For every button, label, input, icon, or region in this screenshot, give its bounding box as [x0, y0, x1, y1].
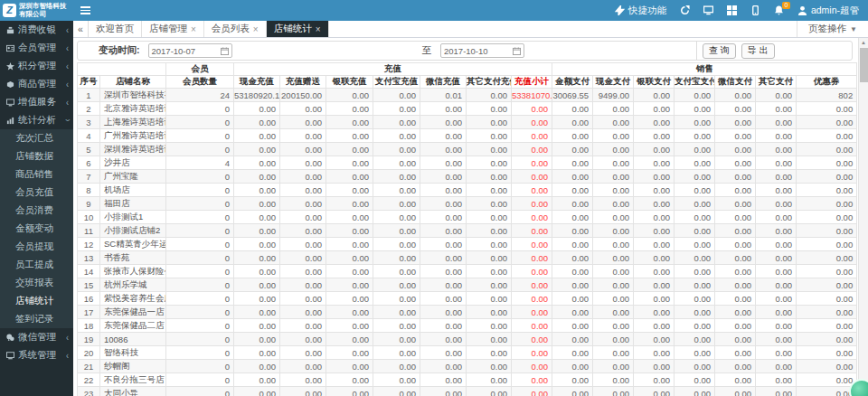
cell-value: 0.00	[593, 251, 634, 265]
sidebar-item-label: 统计分析	[18, 114, 56, 127]
query-button[interactable]: 查 询	[703, 43, 736, 59]
sidebar-subitem-员工提成[interactable]: 员工提成	[0, 256, 73, 274]
cell-value: 0.00	[715, 184, 756, 197]
table-row[interactable]: 1深圳市智络科技有限公司2453180920.11200150.000.000.…	[78, 89, 857, 102]
table-row[interactable]: 2北京雅诗英语培训00.000.000.000.000.000.000.000.…	[78, 102, 857, 116]
sidebar-subitem-金额变动[interactable]: 金额变动	[0, 220, 73, 238]
sidebar-item-积分管理[interactable]: 积分管理‹	[0, 57, 73, 75]
sidebar-toggle-icon[interactable]	[73, 0, 97, 21]
brand-logo[interactable]: Z 深圳市智络科技有限公司	[0, 0, 73, 21]
table-row[interactable]: 20智络科技00.000.000.000.000.000.000.000.000…	[78, 346, 857, 360]
quick-functions-button[interactable]: 快捷功能	[615, 5, 666, 17]
tab-店铺管理[interactable]: 店铺管理×	[142, 21, 204, 37]
table-row[interactable]: 4广州雅诗英语培训00.000.000.000.000.000.000.000.…	[78, 129, 857, 143]
table-row[interactable]: 11小排测试店铺200.000.000.000.000.000.000.000.…	[78, 224, 857, 238]
vertical-scrollbar[interactable]: ▲ ▼	[858, 38, 868, 396]
row-index: 11	[78, 224, 100, 238]
modules-button[interactable]	[727, 5, 737, 15]
cell-value: 30069.55	[552, 89, 593, 102]
cell-value: 0.00	[234, 333, 280, 346]
close-icon[interactable]: ×	[191, 24, 196, 34]
cell-value: 0.00	[715, 211, 756, 224]
cell-value: 0	[166, 238, 234, 251]
table-row[interactable]: 10小排测试100.000.000.000.000.000.000.000.00…	[78, 211, 857, 224]
tab-scroll-left-icon[interactable]: «	[73, 21, 89, 37]
sidebar-subitem-充次汇总[interactable]: 充次汇总	[0, 129, 73, 147]
row-index: 15	[78, 278, 100, 292]
tab-欢迎首页[interactable]: 欢迎首页	[89, 21, 142, 37]
sidebar-subitem-店铺统计[interactable]: 店铺统计	[0, 292, 73, 310]
close-icon[interactable]: ×	[253, 24, 259, 34]
table-row[interactable]: 5深圳雅诗英语培训00.000.000.000.000.000.000.000.…	[78, 143, 857, 156]
table-row[interactable]: 23大同小异00.000.000.000.000.000.000.000.000…	[78, 387, 857, 396]
table-row[interactable]: 16紫悦美容养生会所00.000.000.000.000.000.000.000…	[78, 292, 857, 306]
table-row[interactable]: 3上海雅诗英语培训00.000.000.000.000.000.000.000.…	[78, 116, 857, 129]
sidebar-subitem-商品销售[interactable]: 商品销售	[0, 165, 73, 184]
sidebar-subitem-会员充值[interactable]: 会员充值	[0, 184, 73, 202]
table-row[interactable]: 8机场店00.000.000.000.000.000.000.000.000.0…	[78, 184, 857, 197]
cell-value: 0.00	[756, 238, 797, 251]
cell-value: 0.00	[634, 224, 675, 238]
cell-value: 0	[166, 373, 234, 387]
cell-value: 0.00	[326, 197, 373, 211]
refresh-button[interactable]	[680, 5, 690, 15]
cell-value: 0.00	[715, 238, 756, 251]
column-header-银联充值: 银联充值	[326, 76, 373, 89]
page-actions-dropdown[interactable]: 页签操作 ▼	[797, 21, 868, 37]
cell-value: 0.00	[420, 238, 467, 251]
table-row[interactable]: 17东莞保健品一店00.000.000.000.000.000.000.000.…	[78, 306, 857, 319]
store-name: 智络科技	[100, 346, 166, 360]
sidebar-item-会员管理[interactable]: 会员管理‹	[0, 39, 73, 57]
table-row[interactable]: 15杭州乐学城00.000.000.000.000.000.000.000.00…	[78, 278, 857, 292]
tab-会员列表[interactable]: 会员列表×	[204, 21, 267, 37]
date-from-input[interactable]: 2017-10-07	[148, 43, 232, 58]
scrollbar-thumb[interactable]	[860, 48, 868, 82]
close-icon[interactable]: ×	[316, 24, 321, 34]
row-index: 4	[78, 129, 100, 143]
cell-value: 53180920.11	[234, 89, 280, 102]
cell-value: 0.00	[373, 251, 420, 265]
cell-value: 0.00	[420, 306, 467, 319]
table-row[interactable]: 6沙井店40.000.000.000.000.000.000.000.000.0…	[78, 156, 857, 170]
sidebar-subitem-会员消费[interactable]: 会员消费	[0, 202, 73, 220]
cell-value: 0.00	[373, 224, 420, 238]
table-row[interactable]: 13书香苑00.000.000.000.000.000.000.000.000.…	[78, 251, 857, 265]
table-row[interactable]: 22不良分拖三号店00.000.000.000.000.000.000.000.…	[78, 373, 857, 387]
sidebar-item-增值服务[interactable]: 增值服务‹	[0, 93, 73, 111]
export-button[interactable]: 导 出	[741, 43, 775, 59]
cell-value: 0.00	[420, 373, 467, 387]
table-row[interactable]: 7广州宝隆00.000.000.000.000.000.000.000.000.…	[78, 170, 857, 184]
date-to-input[interactable]: 2017-10-10	[440, 43, 524, 58]
table-row[interactable]: 191008600.000.000.000.000.000.000.000.00…	[78, 333, 857, 346]
sidebar-item-系统管理[interactable]: 系统管理‹	[0, 346, 73, 364]
sidebar-subitem-店铺数据[interactable]: 店铺数据	[0, 147, 73, 165]
cell-value: 0.00	[797, 170, 857, 184]
table-row[interactable]: 9福田店00.000.000.000.000.000.000.000.000.0…	[78, 197, 857, 211]
table-row[interactable]: 21纱帽阁00.000.000.000.000.000.000.000.000.…	[78, 360, 857, 373]
cell-value: 0.00	[634, 129, 675, 143]
table-row[interactable]: 18东莞保健品二店00.000.000.000.000.000.000.000.…	[78, 319, 857, 333]
user-menu[interactable]: admin-超管	[797, 5, 859, 17]
row-index: 16	[78, 292, 100, 306]
calendar-icon[interactable]	[513, 47, 521, 55]
sidebar-item-统计分析[interactable]: 统计分析‹	[0, 111, 73, 129]
cell-value: 0.00	[467, 184, 512, 197]
calendar-icon[interactable]	[221, 47, 229, 55]
company-logo-icon: Z	[3, 4, 16, 17]
cell-value: 0.00	[373, 292, 420, 306]
mobile-button[interactable]	[750, 5, 760, 15]
tab-店铺统计[interactable]: 店铺统计×	[267, 21, 329, 37]
sidebar-item-商品管理[interactable]: 商品管理‹	[0, 75, 73, 93]
table-row[interactable]: 14张掖市人保财险公司00.000.000.000.000.000.000.00…	[78, 265, 857, 278]
sidebar-subitem-会员提现[interactable]: 会员提现	[0, 238, 73, 256]
sidebar-item-微信管理[interactable]: 微信管理‹	[0, 328, 73, 346]
sidebar-subitem-签到记录[interactable]: 签到记录	[0, 310, 73, 328]
table-row[interactable]: 12SC精英青少年运动中心00.000.000.000.000.000.000.…	[78, 238, 857, 251]
sidebar-item-消费收银[interactable]: 消费收银‹	[0, 21, 73, 39]
cell-value: 0.00	[467, 102, 512, 116]
monitor-button[interactable]	[703, 5, 713, 15]
sidebar-subitem-交班报表[interactable]: 交班报表	[0, 274, 73, 292]
notifications-button[interactable]: 0	[774, 5, 784, 15]
cell-value: 0.00	[715, 224, 756, 238]
scroll-up-icon[interactable]: ▲	[859, 38, 868, 47]
